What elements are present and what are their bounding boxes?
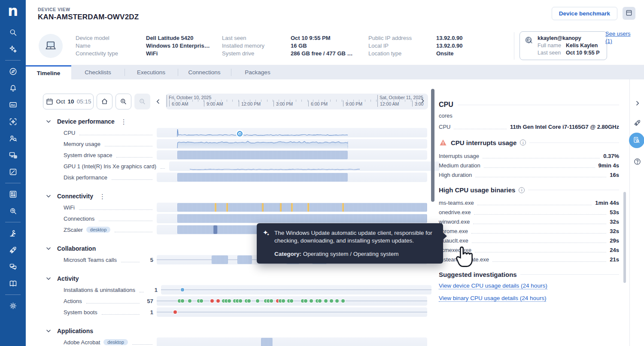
timeline-scrollbar[interactable] [431, 89, 434, 202]
device-cpu-details-link[interactable]: View device CPU usage details (24 hours) [439, 282, 547, 289]
chevron-down-icon[interactable] [45, 193, 52, 200]
sidebar-item-search[interactable] [0, 24, 26, 41]
remote-action-rocket-icon[interactable] [632, 117, 643, 128]
timeline-axis[interactable]: Fri, October 10, 2025 Sat, October 11, 2… [166, 94, 428, 109]
page-title: KAN-AMSTERDAM-OWV2DZ [38, 13, 139, 21]
event-dot[interactable] [239, 299, 242, 303]
binary-cpu-details-link[interactable]: View binary CPU usage details (24 hours) [439, 295, 546, 302]
timeline-prev-button[interactable] [153, 94, 163, 109]
row-track[interactable] [157, 128, 427, 137]
tab-checklists[interactable]: Checklists [71, 65, 125, 79]
row-track[interactable] [157, 307, 427, 317]
sidebar-item-investigate[interactable] [0, 203, 26, 219]
timeline-row[interactable]: Disk performance [43, 173, 427, 182]
timeline-row[interactable]: GPU 1 (Intel(R) Iris Xe graphics card) [43, 161, 427, 171]
date-picker-button[interactable]: Oct 10 05:15 [43, 94, 94, 109]
row-track[interactable] [157, 203, 427, 212]
sidebar-item-compass[interactable] [0, 63, 26, 80]
event-dot[interactable] [173, 310, 177, 314]
timeline-row[interactable]: System drive space [43, 150, 427, 160]
help-icon[interactable] [632, 156, 643, 167]
timeline-row[interactable]: Memory usage [43, 139, 427, 149]
chevron-down-icon[interactable] [45, 245, 52, 252]
event-dot[interactable] [200, 299, 203, 303]
chevron-down-icon[interactable] [45, 328, 52, 334]
tab-packages[interactable]: Packages [231, 65, 284, 79]
sidebar-item-compose[interactable] [0, 164, 26, 180]
event-dot[interactable] [324, 299, 328, 303]
event-dot[interactable] [181, 299, 184, 303]
sidebar-item-bell[interactable] [0, 80, 26, 97]
user-card[interactable]: kkaylen@kanopy Full name Kelis Kaylen La… [519, 31, 607, 60]
device-view-active-button[interactable] [629, 133, 644, 148]
timeline-marker[interactable] [237, 131, 243, 137]
event-dot[interactable] [247, 299, 251, 303]
sidebar-item-rocket[interactable] [0, 242, 26, 258]
row-label: GPU 1 (Intel(R) Iris Xe graphics card) [64, 163, 156, 170]
info-icon[interactable]: i [520, 140, 526, 146]
device-benchmark-button[interactable]: Device benchmark [552, 7, 617, 20]
sidebar-item-monitor[interactable] [0, 97, 26, 113]
calendar-icon [46, 97, 54, 106]
sidebar-item-sparkles[interactable] [0, 41, 26, 58]
timeline-row[interactable]: System boots1 [43, 307, 427, 317]
timeline-row[interactable]: WiFi [43, 203, 427, 212]
event-dot[interactable] [188, 299, 191, 303]
row-track[interactable] [161, 285, 431, 294]
chevron-down-icon[interactable] [45, 275, 52, 282]
zoom-in-button[interactable] [115, 94, 131, 109]
row-track[interactable] [157, 139, 427, 149]
event-dot[interactable] [228, 299, 231, 303]
event-dot[interactable] [210, 299, 214, 303]
event-dot[interactable] [290, 299, 293, 303]
sidebar-item-apps[interactable] [0, 186, 26, 203]
event-dot[interactable] [181, 288, 184, 291]
sidebar-item-robot[interactable] [0, 225, 26, 242]
tab-executions[interactable]: Executions [125, 65, 178, 79]
event-dot[interactable] [282, 299, 285, 303]
sidebar-item-settings[interactable] [0, 297, 26, 314]
app-logo[interactable]: n [8, 3, 18, 18]
tab-bar: TimelineChecklistsExecutionsConnectionsP… [26, 65, 644, 79]
event-dot[interactable] [341, 299, 345, 303]
timeline-row[interactable]: Actions57 [43, 296, 427, 306]
date-time: 05:15 [77, 98, 91, 105]
timeline-row[interactable]: Installations & uninstallations1 [43, 285, 427, 294]
event-dot[interactable] [304, 299, 307, 303]
row-track[interactable] [169, 161, 440, 171]
sidebar-item-user-search[interactable] [0, 130, 26, 147]
event-dot[interactable] [335, 299, 339, 303]
row-track[interactable] [157, 337, 427, 346]
tab-timeline[interactable]: Timeline [26, 65, 71, 79]
row-track[interactable] [157, 296, 427, 306]
timeline-row[interactable]: Adobe Acrobatdesktop [43, 337, 427, 346]
panel-scrollbar[interactable] [623, 192, 626, 283]
kebab-menu-icon[interactable]: ⋮ [121, 118, 127, 125]
row-track[interactable] [157, 214, 427, 223]
event-dot[interactable] [310, 299, 313, 303]
sidebar-item-chat[interactable] [0, 258, 26, 275]
event-dot[interactable] [270, 299, 273, 303]
row-track[interactable] [157, 150, 427, 160]
event-dot[interactable] [330, 299, 333, 303]
home-button[interactable] [97, 94, 112, 109]
kebab-menu-icon[interactable]: ⋮ [99, 193, 106, 200]
event-dot[interactable] [256, 299, 259, 303]
info-icon[interactable]: i [519, 187, 525, 193]
row-track[interactable] [157, 173, 427, 182]
event-dot[interactable] [318, 299, 322, 303]
warning-mark [280, 203, 282, 212]
tooltip-body: The Windows Update automatic update clie… [274, 229, 436, 258]
sidebar-item-scan[interactable] [0, 113, 26, 130]
layout-panel-button[interactable] [623, 7, 635, 20]
sidebar-item-book[interactable] [0, 275, 26, 292]
collapse-panel-button[interactable] [632, 97, 643, 109]
event-dot[interactable] [216, 299, 220, 303]
see-users-link[interactable]: See users (1) [605, 30, 631, 45]
timeline-row[interactable]: CPU [43, 128, 427, 137]
zoom-out-button[interactable] [134, 94, 150, 109]
chevron-down-icon[interactable] [45, 118, 52, 125]
timeline-row[interactable]: Connections [43, 214, 427, 223]
tab-connections[interactable]: Connections [178, 65, 231, 79]
sidebar-item-device-package[interactable] [0, 147, 26, 164]
